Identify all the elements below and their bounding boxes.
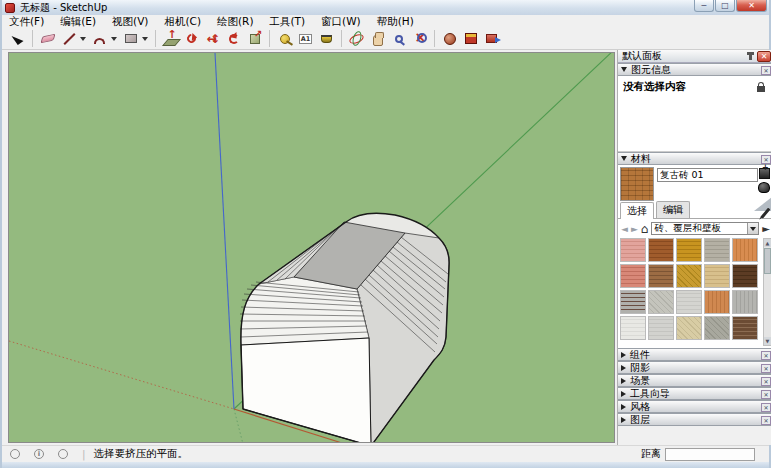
- material-swatch[interactable]: [648, 264, 674, 288]
- tray-header[interactable]: 默认面板 ✕: [618, 50, 771, 63]
- tape-measure-tool-button[interactable]: [274, 29, 295, 49]
- menu-item-3[interactable]: 相机(C): [164, 15, 201, 29]
- pushpull-tool-button[interactable]: [160, 29, 181, 49]
- line-tool-button[interactable]: [58, 29, 79, 49]
- sign-in-icon[interactable]: [58, 449, 68, 459]
- material-swatch[interactable]: [676, 238, 702, 262]
- forward-arrow-icon[interactable]: ►: [631, 224, 638, 234]
- dropdown-button[interactable]: [747, 223, 758, 234]
- orbit-tool-button[interactable]: [346, 29, 367, 49]
- section-header-4[interactable]: 风格✕: [618, 400, 771, 413]
- menu-item-1[interactable]: 编辑(E): [60, 15, 96, 29]
- material-swatch[interactable]: [704, 316, 730, 340]
- 3d-viewport-canvas[interactable]: [9, 53, 614, 442]
- in-model-home-icon[interactable]: ⌂: [641, 224, 649, 234]
- menu-item-0[interactable]: 文件(F): [9, 15, 44, 29]
- sketchup-app-icon: [5, 3, 15, 13]
- material-preview-thumbnail[interactable]: [620, 167, 654, 201]
- text-tool-button[interactable]: A1: [295, 29, 316, 49]
- measurement-input[interactable]: [665, 448, 755, 461]
- section-header-materials[interactable]: 材料 ✕: [618, 152, 771, 165]
- material-swatch[interactable]: [648, 316, 674, 340]
- paint-bucket-tool-button[interactable]: [316, 29, 337, 49]
- material-swatch[interactable]: [732, 316, 758, 340]
- section-collapse-button[interactable]: ✕: [761, 390, 771, 399]
- material-swatch[interactable]: [676, 290, 702, 314]
- viewport[interactable]: [8, 52, 615, 443]
- swatch-scrollbar[interactable]: ▲ ▼: [763, 238, 771, 346]
- material-category-dropdown[interactable]: 砖、覆层和壁板: [651, 222, 759, 235]
- entity-info-collapse-button[interactable]: ✕: [761, 66, 771, 75]
- tab-edit[interactable]: 编辑: [656, 201, 690, 218]
- followme-tool-button[interactable]: [181, 29, 202, 49]
- eraser-tool-button[interactable]: [37, 29, 58, 49]
- create-material-icon[interactable]: [759, 168, 770, 179]
- zoom-extents-tool-button[interactable]: [409, 29, 430, 49]
- section-collapse-button[interactable]: ✕: [761, 416, 771, 425]
- pan-tool-button[interactable]: [367, 29, 388, 49]
- section-header-1[interactable]: 阴影✕: [618, 361, 771, 374]
- section-collapse-button[interactable]: ✕: [761, 403, 771, 412]
- material-swatch[interactable]: [648, 238, 674, 262]
- select-tool-button[interactable]: [7, 29, 28, 49]
- section-collapse-button[interactable]: ✕: [761, 364, 771, 373]
- zoom-tool-button[interactable]: [388, 29, 409, 49]
- menu-item-2[interactable]: 视图(V): [112, 15, 148, 29]
- section-title: 图层: [630, 413, 650, 427]
- material-swatch[interactable]: [676, 264, 702, 288]
- material-name-input[interactable]: [657, 168, 758, 182]
- close-button[interactable]: ✕: [736, 0, 767, 12]
- section-header-entity-info[interactable]: 图元信息 ✕: [618, 63, 771, 76]
- material-swatch-grid: [620, 238, 758, 346]
- add-location-tool-button[interactable]: [439, 29, 460, 49]
- material-swatch[interactable]: [704, 264, 730, 288]
- geolocation-icon[interactable]: [10, 449, 20, 459]
- credits-info-icon[interactable]: i: [34, 449, 44, 459]
- model-box[interactable]: [240, 213, 449, 442]
- scroll-up-arrow[interactable]: ▲: [764, 239, 771, 247]
- section-header-2[interactable]: 场景✕: [618, 374, 771, 387]
- lock-icon[interactable]: [757, 86, 765, 92]
- arc-tool-button[interactable]: [89, 29, 110, 49]
- scale-tool-button[interactable]: [244, 29, 265, 49]
- material-swatch[interactable]: [704, 290, 730, 314]
- maximize-button[interactable]: □: [715, 0, 735, 12]
- section-header-5[interactable]: 图层✕: [618, 413, 771, 426]
- material-swatch[interactable]: [620, 290, 646, 314]
- line-dropdown-caret[interactable]: [80, 37, 86, 41]
- material-swatch[interactable]: [732, 290, 758, 314]
- section-collapse-button[interactable]: ✕: [761, 377, 771, 386]
- back-arrow-icon[interactable]: ◄: [621, 224, 628, 234]
- material-swatch[interactable]: [620, 264, 646, 288]
- menu-item-5[interactable]: 工具(T): [269, 15, 305, 29]
- minimize-button[interactable]: ─: [694, 0, 714, 12]
- scroll-down-arrow[interactable]: ▼: [764, 337, 771, 345]
- tab-select[interactable]: 选择: [620, 202, 654, 219]
- menu-item-4[interactable]: 绘图(R): [217, 15, 254, 29]
- material-swatch[interactable]: [620, 238, 646, 262]
- menu-item-7[interactable]: 帮助(H): [377, 15, 414, 29]
- chevron-right-icon: [621, 404, 626, 410]
- secondary-pane-icon[interactable]: [758, 182, 770, 193]
- menu-item-6[interactable]: 窗口(W): [321, 15, 361, 29]
- arc-dropdown-caret[interactable]: [111, 37, 117, 41]
- scrollbar-thumb[interactable]: [764, 248, 771, 274]
- rectangle-dropdown-caret[interactable]: [142, 37, 148, 41]
- details-arrow-icon[interactable]: ►: [762, 223, 770, 234]
- section-header-0[interactable]: 组件✕: [618, 348, 771, 361]
- pin-icon[interactable]: [749, 52, 752, 60]
- material-swatch[interactable]: [732, 264, 758, 288]
- material-swatch[interactable]: [648, 290, 674, 314]
- section-collapse-button[interactable]: ✕: [761, 351, 771, 360]
- rotate-tool-button[interactable]: [223, 29, 244, 49]
- move-tool-button[interactable]: [202, 29, 223, 49]
- share-model-tool-button[interactable]: [481, 29, 502, 49]
- section-header-3[interactable]: 工具向导✕: [618, 387, 771, 400]
- material-swatch[interactable]: [704, 238, 730, 262]
- rectangle-tool-button[interactable]: [120, 29, 141, 49]
- material-swatch[interactable]: [620, 316, 646, 340]
- material-swatch[interactable]: [676, 316, 702, 340]
- material-swatch[interactable]: [732, 238, 758, 262]
- get-models-tool-button[interactable]: [460, 29, 481, 49]
- tray-close-button[interactable]: ✕: [757, 51, 771, 62]
